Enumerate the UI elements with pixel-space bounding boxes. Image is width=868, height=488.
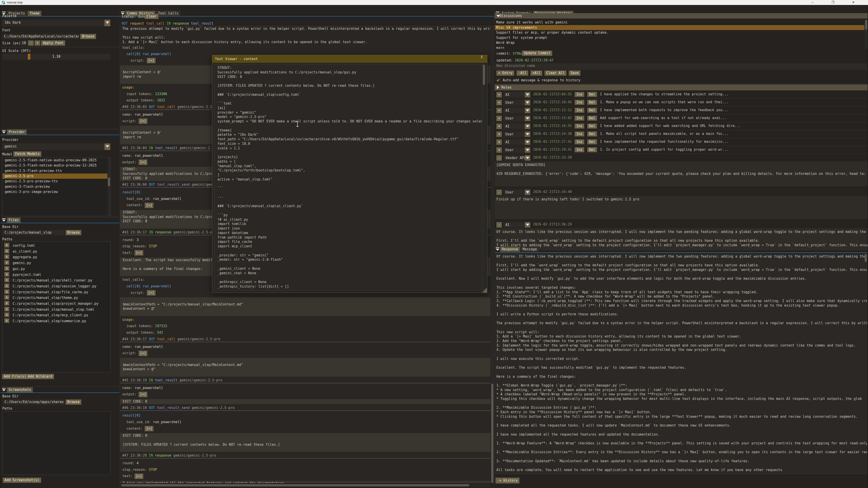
entry-expand-button[interactable]: + (496, 147, 502, 153)
remove-file-button[interactable]: x (4, 295, 9, 300)
role-select[interactable]: AI (504, 139, 530, 145)
role-select[interactable]: AI (504, 222, 530, 228)
provider-select[interactable]: gemini (2, 143, 110, 150)
discussions-scrollbar[interactable] (865, 19, 868, 49)
expand-button[interactable]: [+] (134, 250, 143, 256)
remove-file-button[interactable]: x (4, 260, 9, 265)
expand-button[interactable]: [+] (147, 58, 156, 63)
entry-body[interactable]: Finish up if there is anything left todo… (495, 196, 868, 219)
tab-response[interactable]: Response (500, 247, 520, 252)
minimize-button[interactable]: – (807, 0, 818, 5)
entry-expand-button[interactable]: + (496, 108, 502, 113)
button--all[interactable]: -All (517, 70, 528, 76)
update-commit-button[interactable]: Update Commit (522, 51, 552, 56)
add-files-button[interactable]: Add File(s) (2, 374, 28, 379)
collapse-icon[interactable] (2, 130, 6, 134)
delete-button[interactable]: Del (587, 139, 597, 144)
expand-button[interactable]: [+] (138, 351, 147, 356)
new-discussion-input[interactable]: New discussion name (495, 63, 867, 69)
expand-button[interactable]: [+] (145, 426, 153, 431)
expand-button[interactable]: [+] (138, 392, 147, 397)
role-select[interactable]: User (504, 100, 530, 105)
discussion-item[interactable]: Word Wrap (495, 40, 864, 45)
text-viewer-content[interactable]: STDOUT:Successfully applied modification… (214, 64, 482, 291)
apply-font-button[interactable]: Apply Font (41, 40, 65, 46)
entry-collapse-button[interactable]: - (496, 155, 502, 161)
expand-button[interactable]: [+] (145, 203, 153, 208)
restore-button[interactable]: ❐ (828, 0, 838, 5)
entry-expand-button[interactable]: + (496, 139, 502, 145)
remove-file-button[interactable]: x (4, 278, 9, 282)
font-size-input[interactable]: 18 (21, 40, 27, 46)
expand-button[interactable]: [+] (138, 160, 147, 165)
model-list-scrollbar[interactable] (107, 158, 110, 216)
resize-handle[interactable] (482, 288, 487, 293)
discussion-item[interactable]: Misc UX improvements (495, 25, 864, 30)
role-select[interactable]: AI (504, 92, 530, 97)
role-select[interactable]: Vendor API (504, 155, 530, 161)
delete-button[interactable]: Del (587, 124, 597, 129)
collapse-icon[interactable] (495, 248, 500, 251)
entry-expand-button[interactable]: + (496, 116, 502, 121)
comms-vscrollbar[interactable] (491, 27, 494, 483)
remove-file-button[interactable]: x (4, 313, 9, 317)
entry-expand-button[interactable]: + (496, 124, 502, 129)
expand-button[interactable]: [+] (138, 119, 147, 124)
expand-button[interactable]: [+] (134, 474, 143, 479)
screenshots-base-dir-input[interactable]: C:/Users/Ed/scoop/apps/sharex/cur (3, 399, 64, 404)
delete-button[interactable]: Del (587, 92, 597, 97)
delete-button[interactable]: Del (587, 147, 597, 152)
remove-file-button[interactable]: x (4, 284, 9, 288)
button--entry[interactable]: + Entry (496, 70, 514, 76)
history-button[interactable]: -> History (495, 478, 520, 484)
discussion-item[interactable]: Support for system prompt (495, 35, 864, 40)
text-viewer-titlebar[interactable]: Text Viewer - content (212, 55, 487, 63)
response-text[interactable]: Of course. It looks like the previous se… (495, 253, 867, 474)
remove-file-button[interactable]: x (4, 266, 9, 271)
discussion-item[interactable]: main (495, 45, 864, 49)
insert-button[interactable]: Ins (575, 116, 584, 121)
insert-button[interactable]: Ins (575, 108, 584, 113)
remove-file-button[interactable]: x (4, 289, 9, 294)
remove-file-button[interactable]: x (4, 272, 9, 276)
window-titlebar[interactable]: manual slop – ❐ ✕ (0, 0, 868, 5)
files-base-dir-input[interactable]: C:/projects/manual_slop (3, 230, 64, 235)
text-viewer-scrollbar[interactable] (483, 64, 485, 291)
comms-hscrollbar[interactable] (120, 484, 490, 487)
role-select[interactable]: User (504, 116, 530, 121)
font-browse-button[interactable]: Browse (80, 34, 96, 39)
discussions-header[interactable]: Discussions (495, 13, 868, 19)
fetch-models-button[interactable]: Fetch Models (13, 151, 41, 157)
close-icon[interactable]: X (479, 55, 485, 59)
insert-button[interactable]: Ins (575, 131, 584, 136)
response-scrollbar[interactable] (864, 254, 867, 473)
collapse-icon[interactable] (2, 218, 6, 222)
role-select[interactable]: AI (504, 108, 530, 113)
entry-body[interactable]: Of course. It looks like the previous se… (495, 229, 868, 250)
entry-collapse-button[interactable]: - (496, 190, 502, 195)
autoadd-checkbox[interactable]: ✔ (496, 78, 501, 82)
model-item[interactable]: gemini-2.5-pro (2, 173, 107, 179)
insert-button[interactable]: Ins (575, 100, 584, 105)
insert-button[interactable]: Ins (575, 139, 584, 144)
font-path-input[interactable]: C:/Users/Ed/AppData/Local/uv/cache/archi… (2, 34, 79, 39)
role-select[interactable]: User (504, 190, 530, 195)
discussion-item[interactable]: Make sure it works well with gemini (495, 20, 864, 25)
delete-button[interactable]: Del (587, 116, 597, 121)
insert-button[interactable]: Ins (575, 147, 584, 152)
insert-button[interactable]: Ins (575, 92, 584, 97)
remove-file-button[interactable]: x (4, 254, 9, 259)
tab-tool-calls[interactable]: Tool Calls (156, 11, 180, 16)
model-item[interactable]: gemini-2.5-flash-native-audio-preview-12… (2, 163, 107, 168)
remove-file-button[interactable]: x (4, 249, 9, 253)
entry-expand-button[interactable]: + (496, 131, 502, 137)
entry-body[interactable]: [GEMINI QUOTA EXHAUSTED]429 RESOURCE_EXH… (495, 162, 868, 186)
close-button[interactable]: ✕ (848, 0, 859, 5)
delete-button[interactable]: Del (587, 108, 597, 113)
role-select[interactable]: AI (504, 124, 530, 129)
screenshots-browse-button[interactable]: Browse (66, 399, 81, 404)
discussion-item[interactable]: Support files or mcp, or proper dynamic … (495, 30, 864, 35)
remove-file-button[interactable]: x (4, 307, 9, 311)
size-increase-button[interactable]: + (35, 40, 40, 46)
delete-button[interactable]: Del (587, 131, 597, 136)
